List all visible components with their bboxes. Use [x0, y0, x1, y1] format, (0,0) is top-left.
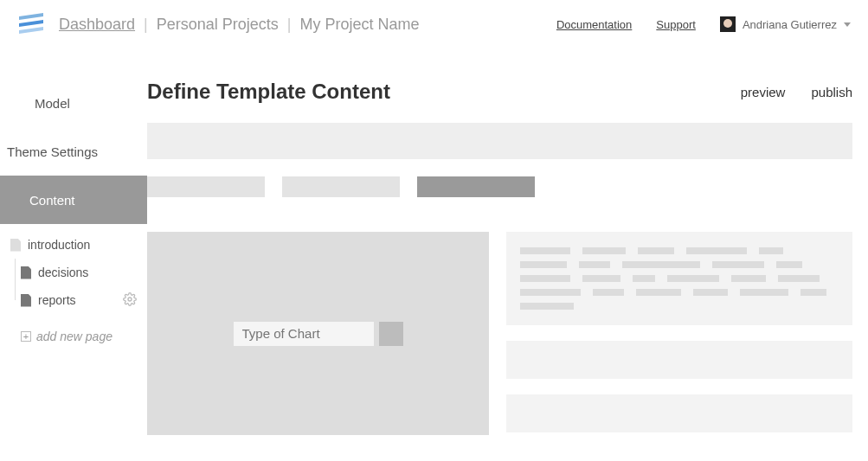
page-icon: [21, 266, 31, 279]
publish-button[interactable]: publish: [811, 85, 852, 99]
placeholder-block-2: [506, 394, 852, 432]
text-placeholder-block: [506, 232, 852, 325]
content-actions: preview publish: [741, 85, 852, 99]
page-tree: introduction decisions reports +: [0, 224, 147, 343]
user-menu[interactable]: Andriana Gutierrez: [720, 16, 851, 32]
tab-3[interactable]: [417, 176, 535, 197]
tab-2[interactable]: [282, 176, 400, 197]
page-icon: [10, 239, 21, 252]
support-link[interactable]: Support: [656, 18, 696, 31]
sidebar-item-theme[interactable]: Theme Settings: [0, 127, 147, 176]
header-right: Documentation Support Andriana Gutierrez: [556, 16, 851, 32]
tree-item-introduction[interactable]: introduction: [0, 231, 147, 259]
plus-icon: +: [21, 331, 31, 342]
tree-item-reports[interactable]: reports: [0, 286, 147, 314]
add-page-button[interactable]: + add new page: [0, 330, 147, 343]
avatar: [720, 16, 736, 32]
breadcrumb: Dashboard | Personal Projects | My Proje…: [59, 16, 556, 34]
chart-type-input[interactable]: [234, 322, 374, 346]
chart-type-selector: [234, 322, 403, 346]
gear-icon[interactable]: [123, 292, 137, 309]
chevron-down-icon: [844, 22, 851, 27]
svg-point-0: [128, 298, 132, 301]
breadcrumb-projects[interactable]: Personal Projects: [157, 16, 279, 34]
tab-1[interactable]: [147, 176, 265, 197]
placeholder-block-1: [506, 341, 852, 379]
page-title: Define Template Content: [147, 80, 390, 104]
toolbar-placeholder: [147, 123, 852, 159]
chart-panel: [147, 232, 489, 435]
tree-item-decisions[interactable]: decisions: [0, 259, 147, 286]
tabs: [147, 176, 852, 197]
content-header: Define Template Content preview publish: [147, 67, 852, 116]
docs-link[interactable]: Documentation: [556, 18, 632, 31]
breadcrumb-project[interactable]: My Project Name: [300, 16, 420, 34]
user-name: Andriana Gutierrez: [743, 18, 837, 31]
sidebar-item-content[interactable]: Content: [0, 176, 147, 224]
chart-type-dropdown-button[interactable]: [379, 322, 403, 346]
page-icon: [21, 294, 31, 307]
content-area: Define Template Content preview publish: [147, 48, 868, 461]
right-column: [506, 232, 852, 435]
sidebar-item-model[interactable]: Model: [0, 79, 147, 127]
sidebar: Model Theme Settings Content introductio…: [0, 48, 147, 461]
app-header: Dashboard | Personal Projects | My Proje…: [0, 0, 868, 48]
breadcrumb-dashboard[interactable]: Dashboard: [59, 16, 135, 34]
preview-button[interactable]: preview: [741, 85, 786, 99]
logo-icon: [17, 11, 45, 37]
